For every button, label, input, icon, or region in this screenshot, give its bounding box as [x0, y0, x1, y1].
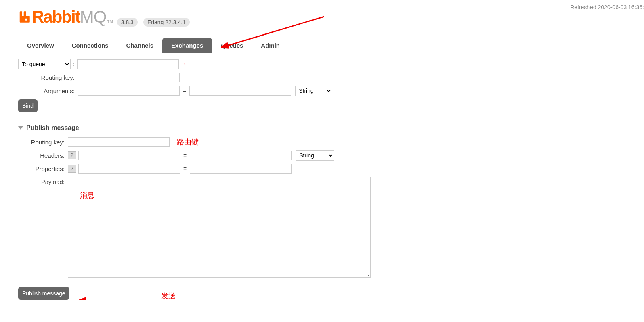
bind-button[interactable]: Bind — [18, 99, 38, 112]
tab-queues[interactable]: Queues — [212, 38, 252, 53]
publish-property-key-input[interactable] — [78, 164, 180, 174]
bind-argument-key-input[interactable] — [78, 86, 180, 96]
refreshed-timestamp: Refreshed 2020-06-03 16:36: — [570, 4, 644, 10]
erlang-badge: Erlang 22.3.4.1 — [143, 18, 190, 27]
annotation-routing-key: 路由键 — [177, 137, 199, 147]
publish-header-key-input[interactable] — [78, 151, 180, 160]
publish-payload-textarea[interactable] — [68, 177, 371, 278]
publish-payload-label: Payload: — [18, 178, 68, 185]
annotation-send: 发送 — [161, 291, 176, 300]
publish-header-type-select[interactable]: String — [296, 150, 334, 161]
bind-routing-key-label: Routing key: — [18, 74, 78, 81]
version-badge: 3.8.3 — [117, 18, 138, 27]
publish-routing-key-input[interactable] — [68, 137, 170, 147]
logo-mq-text: MQ — [80, 7, 107, 27]
publish-property-value-input[interactable] — [190, 164, 292, 174]
bind-arguments-label: Arguments: — [18, 88, 78, 94]
publish-header-value-input[interactable] — [190, 151, 292, 160]
bind-form: To queue : * Routing key: Arguments: = S… — [18, 59, 644, 112]
tab-overview[interactable]: Overview — [18, 38, 63, 53]
bind-colon: : — [71, 61, 77, 67]
annotation-payload: 消息 — [80, 190, 94, 200]
bind-argument-value-input[interactable] — [189, 86, 291, 96]
rabbitmq-icon — [18, 11, 30, 23]
tab-connections[interactable]: Connections — [63, 38, 117, 53]
logo-rabbit-text: Rabbit — [32, 7, 80, 27]
bind-argument-type-select[interactable]: String — [295, 86, 332, 96]
required-asterisk: * — [184, 61, 186, 67]
publish-headers-label: Headers: — [18, 152, 68, 159]
properties-equals: = — [180, 165, 190, 172]
bind-destination-input[interactable] — [77, 59, 179, 69]
bind-equals: = — [180, 88, 189, 94]
publish-message-button[interactable]: Publish message — [18, 287, 69, 300]
headers-help-icon[interactable]: ? — [68, 151, 76, 159]
logo-tm: TM — [107, 20, 113, 24]
main-tabs: Overview Connections Channels Exchanges … — [18, 38, 644, 53]
bind-destination-select[interactable]: To queue — [18, 59, 71, 69]
headers-equals: = — [180, 152, 190, 159]
tab-channels[interactable]: Channels — [117, 38, 163, 53]
publish-section-header[interactable]: Publish message — [18, 124, 644, 132]
header: Rabbit MQ TM 3.8.3 Erlang 22.3.4.1 — [18, 7, 644, 27]
tab-exchanges[interactable]: Exchanges — [162, 38, 212, 53]
publish-routing-key-label: Routing key: — [18, 139, 68, 146]
publish-properties-label: Properties: — [18, 165, 68, 172]
properties-help-icon[interactable]: ? — [68, 165, 76, 173]
publish-section-title: Publish message — [26, 124, 79, 132]
logo: Rabbit MQ TM — [18, 7, 113, 27]
publish-form: Routing key: 路由键 Headers: ? = String Pro… — [18, 137, 644, 300]
tab-admin[interactable]: Admin — [252, 38, 289, 53]
logo-mark: Rabbit — [18, 7, 80, 27]
chevron-down-icon — [18, 126, 23, 130]
bind-routing-key-input[interactable] — [78, 73, 180, 82]
